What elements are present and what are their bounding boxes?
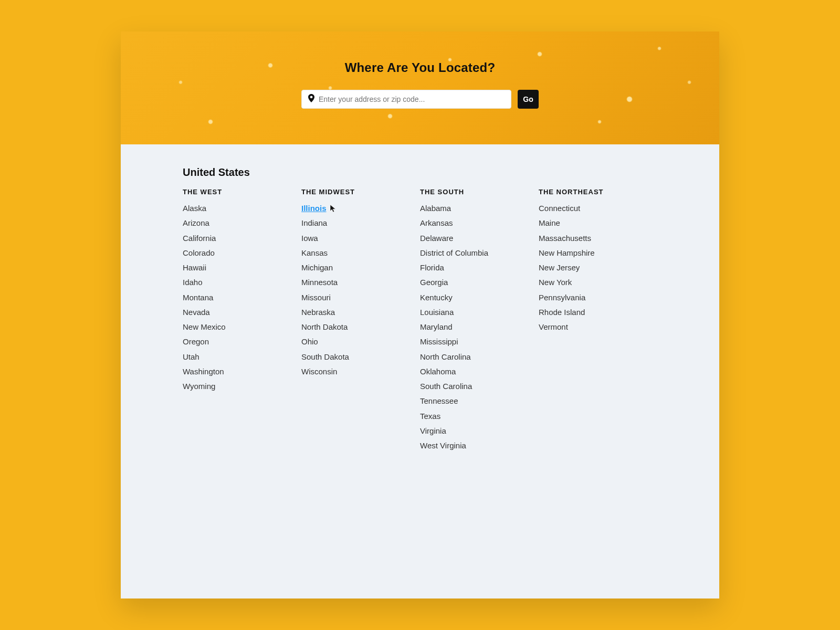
- state-link[interactable]: New Hampshire: [539, 248, 657, 258]
- state-link[interactable]: Iowa: [301, 233, 420, 244]
- state-list: IllinoisIndianaIowaKansasMichiganMinneso…: [301, 203, 420, 377]
- location-card: Where Are You Located? Go United States …: [121, 32, 719, 598]
- state-link[interactable]: Utah: [183, 352, 301, 362]
- state-list: AlabamaArkansasDelawareDistrict of Colum…: [420, 203, 539, 451]
- hero-section: Where Are You Located? Go: [121, 32, 719, 144]
- state-link[interactable]: Georgia: [420, 277, 539, 288]
- state-link[interactable]: Florida: [420, 262, 539, 273]
- region-column: THE NORTHEASTConnecticutMaineMassachuset…: [539, 188, 657, 455]
- cursor-icon: [330, 204, 338, 213]
- state-link[interactable]: Wyoming: [183, 381, 301, 392]
- address-input[interactable]: [319, 95, 505, 103]
- state-link[interactable]: Rhode Island: [539, 307, 657, 318]
- state-link[interactable]: Arizona: [183, 218, 301, 228]
- country-title: United States: [183, 166, 657, 178]
- state-link[interactable]: New York: [539, 277, 657, 288]
- state-link[interactable]: Ohio: [301, 337, 420, 347]
- state-link[interactable]: New Jersey: [539, 262, 657, 273]
- search-row: Go: [301, 90, 539, 109]
- state-link[interactable]: Idaho: [183, 277, 301, 288]
- state-link[interactable]: Connecticut: [539, 203, 657, 214]
- go-button[interactable]: Go: [518, 90, 539, 109]
- state-link[interactable]: Kansas: [301, 248, 420, 258]
- state-link[interactable]: Alabama: [420, 203, 539, 214]
- state-link[interactable]: Illinois: [301, 203, 420, 214]
- state-link[interactable]: West Virginia: [420, 440, 539, 451]
- state-link[interactable]: Nevada: [183, 307, 301, 318]
- location-pin-icon: [308, 94, 314, 104]
- region-title: THE MIDWEST: [301, 188, 420, 196]
- state-link[interactable]: Minnesota: [301, 277, 420, 288]
- state-link[interactable]: Wisconsin: [301, 366, 420, 377]
- state-link[interactable]: Massachusetts: [539, 233, 657, 244]
- state-link[interactable]: Michigan: [301, 262, 420, 273]
- state-link[interactable]: California: [183, 233, 301, 244]
- state-link[interactable]: Kentucky: [420, 292, 539, 303]
- state-link[interactable]: Montana: [183, 292, 301, 303]
- state-link[interactable]: Missouri: [301, 292, 420, 303]
- region-title: THE NORTHEAST: [539, 188, 657, 196]
- state-link[interactable]: South Carolina: [420, 381, 539, 392]
- state-link[interactable]: Virginia: [420, 426, 539, 436]
- state-link[interactable]: District of Columbia: [420, 248, 539, 258]
- region-column: THE SOUTHAlabamaArkansasDelawareDistrict…: [420, 188, 539, 455]
- region-column: THE MIDWESTIllinoisIndianaIowaKansasMich…: [301, 188, 420, 455]
- state-link[interactable]: Pennsylvania: [539, 292, 657, 303]
- region-title: THE SOUTH: [420, 188, 539, 196]
- content-section: United States THE WESTAlaskaArizonaCalif…: [121, 144, 719, 492]
- state-link[interactable]: Alaska: [183, 203, 301, 214]
- search-box[interactable]: [301, 90, 511, 109]
- state-list: AlaskaArizonaCaliforniaColoradoHawaiiIda…: [183, 203, 301, 392]
- state-link[interactable]: North Carolina: [420, 352, 539, 362]
- state-link[interactable]: Louisiana: [420, 307, 539, 318]
- state-link[interactable]: Colorado: [183, 248, 301, 258]
- state-list: ConnecticutMaineMassachusettsNew Hampshi…: [539, 203, 657, 332]
- region-column: THE WESTAlaskaArizonaCaliforniaColoradoH…: [183, 188, 301, 455]
- state-link[interactable]: Arkansas: [420, 218, 539, 228]
- state-link[interactable]: South Dakota: [301, 352, 420, 362]
- state-link[interactable]: Texas: [420, 411, 539, 422]
- region-title: THE WEST: [183, 188, 301, 196]
- state-link[interactable]: Maryland: [420, 322, 539, 332]
- hero-title: Where Are You Located?: [345, 60, 496, 75]
- state-link[interactable]: Mississippi: [420, 337, 539, 347]
- state-link[interactable]: New Mexico: [183, 322, 301, 332]
- state-link[interactable]: Oklahoma: [420, 366, 539, 377]
- state-link[interactable]: Maine: [539, 218, 657, 228]
- state-link[interactable]: North Dakota: [301, 322, 420, 332]
- state-link[interactable]: Vermont: [539, 322, 657, 332]
- state-link[interactable]: Nebraska: [301, 307, 420, 318]
- state-link[interactable]: Washington: [183, 366, 301, 377]
- state-link[interactable]: Hawaii: [183, 262, 301, 273]
- state-link[interactable]: Delaware: [420, 233, 539, 244]
- state-link[interactable]: Indiana: [301, 218, 420, 228]
- state-link[interactable]: Tennessee: [420, 396, 539, 406]
- state-link[interactable]: Oregon: [183, 337, 301, 347]
- regions-container: THE WESTAlaskaArizonaCaliforniaColoradoH…: [183, 188, 657, 455]
